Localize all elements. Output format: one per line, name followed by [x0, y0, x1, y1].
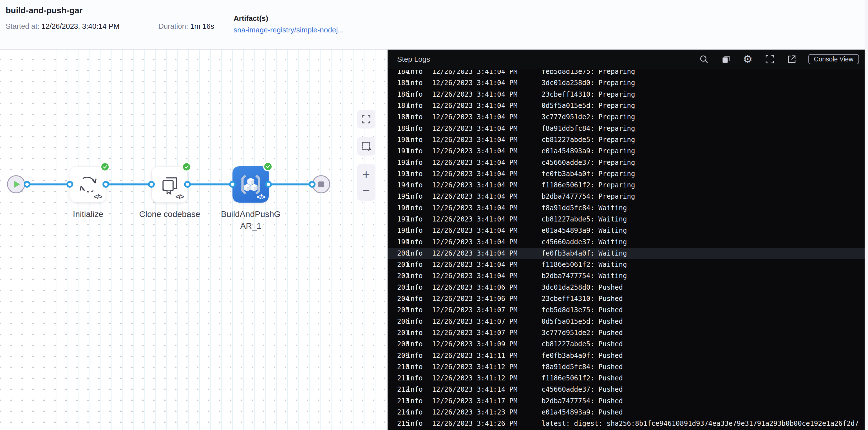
log-row[interactable]: 200 info 12/26/2023 3:41:04 PM fe0fb3ab4… — [388, 248, 865, 259]
log-level: info — [406, 363, 432, 371]
log-line-number: 202 — [388, 272, 406, 280]
log-row[interactable]: 210 info 12/26/2023 3:41:12 PM f8a91dd5f… — [388, 361, 865, 373]
log-line-number: 208 — [388, 340, 406, 348]
search-button[interactable] — [699, 54, 709, 64]
step-node-clone-codebase[interactable]: </> — [151, 166, 188, 203]
log-line-number: 197 — [388, 215, 406, 223]
external-link-icon — [787, 55, 796, 64]
log-row[interactable]: 206 info 12/26/2023 3:41:07 PM 0d5f5a015… — [388, 316, 865, 327]
execution-header: build-and-push-gar Started at: 12/26/202… — [0, 0, 868, 50]
fit-view-button[interactable] — [357, 110, 375, 128]
log-row[interactable]: 211 info 12/26/2023 3:41:12 PM f1186e506… — [388, 373, 865, 384]
log-row[interactable]: 190 info 12/26/2023 3:41:04 PM cb81227ab… — [388, 134, 865, 145]
port — [24, 181, 30, 188]
log-row[interactable]: 213 info 12/26/2023 3:41:17 PM b2dba7477… — [388, 395, 865, 407]
log-row[interactable]: 208 info 12/26/2023 3:41:09 PM cb81227ab… — [388, 338, 865, 350]
pipeline-canvas[interactable]: </> Initialize </> Clone codebase — [0, 50, 388, 430]
log-row[interactable]: 209 info 12/26/2023 3:41:11 PM fe0fb3ab4… — [388, 350, 865, 361]
log-level: info — [406, 113, 432, 121]
log-row[interactable]: 188 info 12/26/2023 3:41:04 PM 3c777d951… — [388, 111, 865, 122]
log-line-number: 215 — [388, 420, 406, 427]
log-message: f8a91dd5fc84: Preparing — [541, 124, 865, 133]
log-timestamp: 12/26/2023 3:41:04 PM — [432, 261, 541, 268]
log-timestamp: 12/26/2023 3:41:04 PM — [432, 70, 541, 76]
settings-button[interactable]: ⚙ — [742, 54, 753, 64]
log-row[interactable]: 207 info 12/26/2023 3:41:07 PM 3c777d951… — [388, 327, 865, 338]
log-level: info — [406, 90, 432, 98]
log-row[interactable]: 193 info 12/26/2023 3:41:04 PM fe0fb3ab4… — [388, 168, 865, 179]
port — [66, 181, 73, 188]
log-row[interactable]: 205 info 12/26/2023 3:41:07 PM feb5d8d13… — [388, 304, 865, 316]
log-row[interactable]: 199 info 12/26/2023 3:41:04 PM c45660add… — [388, 236, 865, 248]
console-view-button[interactable]: Console View — [808, 54, 859, 64]
log-level: info — [406, 340, 432, 348]
log-row[interactable]: 187 info 12/26/2023 3:41:04 PM 0d5f5a015… — [388, 100, 865, 111]
log-row[interactable]: 214 info 12/26/2023 3:41:23 PM e01a45489… — [388, 407, 865, 418]
log-line-number: 189 — [388, 124, 406, 133]
log-message: 3dc01da258d0: Pushed — [541, 284, 865, 291]
page-title: build-and-push-gar — [6, 6, 83, 15]
log-line-number: 184 — [388, 70, 406, 76]
log-row[interactable]: 192 info 12/26/2023 3:41:04 PM c45660add… — [388, 157, 865, 168]
log-message: 0d5f5a015e5d: Pushed — [541, 318, 865, 325]
log-row[interactable]: 212 info 12/26/2023 3:41:14 PM c45660add… — [388, 384, 865, 395]
log-row[interactable]: 195 info 12/26/2023 3:41:04 PM b2dba7477… — [388, 191, 865, 202]
log-message: b2dba7477754: Pushed — [541, 397, 865, 405]
step-label-initialize: Initialize — [52, 208, 125, 220]
log-message: cb81227abde5: Waiting — [541, 215, 865, 223]
log-line-number: 194 — [388, 181, 406, 189]
copy-button[interactable] — [720, 54, 731, 64]
log-row[interactable]: 202 info 12/26/2023 3:41:04 PM b2dba7477… — [388, 270, 865, 282]
stop-icon — [318, 181, 324, 187]
artifact-link[interactable]: sna-image-registry/simple-nodej... — [234, 26, 344, 34]
log-message: 23cbeff14310: Preparing — [541, 90, 865, 98]
log-timestamp: 12/26/2023 3:41:04 PM — [432, 272, 541, 280]
log-level: info — [406, 136, 432, 144]
started-at-value: 12/26/2023, 3:40:14 PM — [41, 22, 120, 30]
step-node-initialize[interactable]: </> — [70, 166, 106, 203]
log-line-number: 199 — [388, 238, 406, 246]
log-level: info — [406, 215, 432, 223]
port — [265, 181, 272, 188]
log-level: info — [406, 159, 432, 167]
log-row[interactable]: 194 info 12/26/2023 3:41:04 PM f1186e506… — [388, 179, 865, 191]
fit-view-icon — [362, 115, 371, 124]
log-message: fe0fb3ab4a0f: Pushed — [541, 352, 865, 360]
log-timestamp: 12/26/2023 3:41:07 PM — [432, 329, 541, 337]
step-node-build-and-push-gar[interactable]: </> — [232, 166, 269, 203]
log-level: info — [406, 329, 432, 337]
step-logs-header: Step Logs ⚙ — [388, 50, 865, 69]
log-row[interactable]: 185 info 12/26/2023 3:41:04 PM 3dc01da25… — [388, 77, 865, 88]
log-row[interactable]: 197 info 12/26/2023 3:41:04 PM cb81227ab… — [388, 213, 865, 225]
log-line-number: 211 — [388, 374, 406, 382]
log-row[interactable]: 204 info 12/26/2023 3:41:06 PM 23cbeff14… — [388, 293, 865, 304]
log-level: info — [406, 193, 432, 200]
log-row[interactable]: 184 info 12/26/2023 3:41:04 PM feb5d8d13… — [388, 70, 865, 77]
open-external-button[interactable] — [786, 54, 797, 64]
fullscreen-icon — [765, 55, 774, 64]
log-row[interactable]: 189 info 12/26/2023 3:41:04 PM f8a91dd5f… — [388, 122, 865, 134]
log-timestamp: 12/26/2023 3:41:17 PM — [432, 397, 541, 405]
log-level: info — [406, 352, 432, 360]
log-message: c45660adde37: Pushed — [541, 385, 865, 393]
log-message: cb81227abde5: Preparing — [541, 136, 865, 144]
log-level: info — [406, 181, 432, 189]
log-row[interactable]: 196 info 12/26/2023 3:41:04 PM f8a91dd5f… — [388, 202, 865, 213]
fullscreen-button[interactable] — [765, 54, 775, 64]
page-scrollbar[interactable] — [865, 0, 868, 430]
log-row[interactable]: 201 info 12/26/2023 3:41:04 PM f1186e506… — [388, 259, 865, 270]
selection-mode-button[interactable] — [357, 137, 375, 155]
log-message: e01a454893a9: Pushed — [541, 408, 865, 416]
pipeline-start-node[interactable] — [7, 175, 25, 193]
log-line-number: 201 — [388, 261, 406, 268]
zoom-in-button[interactable]: + — [363, 168, 370, 181]
port — [229, 181, 236, 188]
log-row[interactable]: 186 info 12/26/2023 3:41:04 PM 23cbeff14… — [388, 89, 865, 100]
log-row[interactable]: 198 info 12/26/2023 3:41:04 PM e01a45489… — [388, 225, 865, 236]
zoom-out-button[interactable]: − — [363, 184, 370, 197]
log-row[interactable]: 203 info 12/26/2023 3:41:06 PM 3dc01da25… — [388, 282, 865, 293]
log-level: info — [406, 102, 432, 110]
log-row[interactable]: 191 info 12/26/2023 3:41:04 PM e01a45489… — [388, 145, 865, 157]
log-scroll-area[interactable]: 184 info 12/26/2023 3:41:04 PM feb5d8d13… — [388, 70, 865, 430]
log-row[interactable]: 215 info 12/26/2023 3:41:26 PM latest: d… — [388, 418, 865, 429]
